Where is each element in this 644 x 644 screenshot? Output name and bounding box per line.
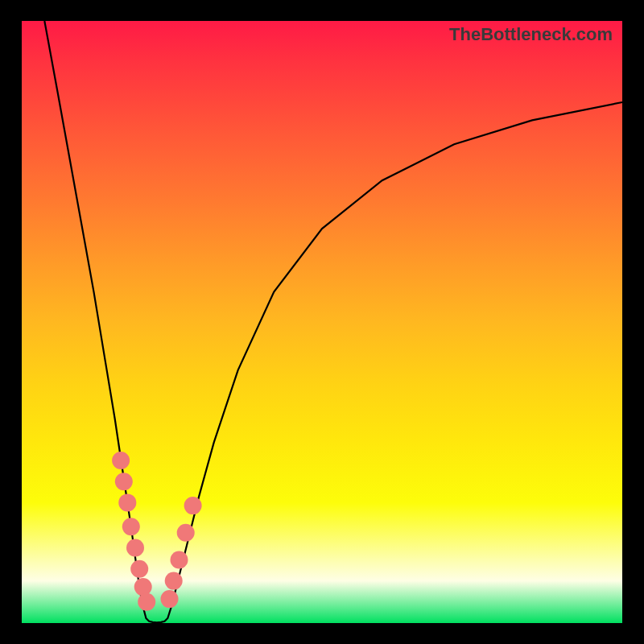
marker-dot [115, 473, 133, 490]
marker-dot [165, 572, 183, 590]
marker-group-left [112, 452, 155, 611]
marker-dot [112, 452, 130, 469]
chart-plot-area: TheBottleneck.com [22, 21, 622, 623]
marker-dot [138, 593, 155, 611]
marker-dot [184, 497, 202, 514]
chart-frame: TheBottleneck.com [0, 0, 644, 644]
chart-svg [22, 21, 622, 623]
marker-dot [161, 590, 179, 608]
marker-dot [118, 493, 136, 511]
marker-group-right [161, 497, 202, 608]
marker-dot [130, 560, 148, 578]
marker-dot [126, 539, 144, 557]
marker-dot [122, 518, 140, 535]
marker-dot [177, 524, 195, 542]
marker-dot [134, 578, 152, 596]
marker-dot [171, 551, 188, 569]
